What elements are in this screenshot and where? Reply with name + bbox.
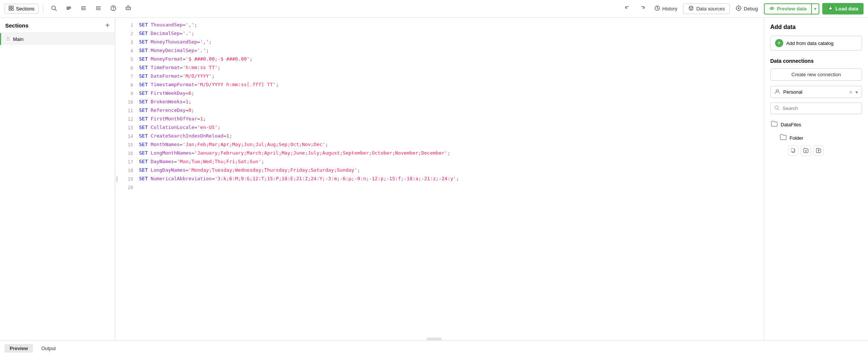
datasources-button[interactable]: Data sources: [683, 3, 730, 14]
punct-token: ;: [448, 150, 451, 156]
add-catalog-button[interactable]: + Add from data catalog: [770, 36, 862, 51]
preview-button[interactable]: Preview data: [764, 3, 812, 14]
prop-token: BrokenWeeks: [151, 99, 183, 104]
search-button[interactable]: [48, 3, 60, 15]
svg-rect-6: [67, 7, 71, 7]
toolbar-divider-1: [43, 4, 43, 13]
punct-token: ;: [456, 176, 459, 181]
line-content[interactable]: SET NumericalAbbreviation='3:k;6:M;9:G;1…: [139, 175, 459, 183]
resize-handle[interactable]: [427, 337, 442, 340]
line-content[interactable]: SET MoneyThousandSep=',';: [139, 38, 212, 46]
kw-token: SET: [139, 159, 148, 164]
debug-button[interactable]: Debug: [733, 4, 761, 14]
create-connection-button[interactable]: Create new connection: [770, 68, 862, 81]
line-content[interactable]: SET ReferenceDay=0;: [139, 106, 194, 114]
subfolder-item[interactable]: Folder: [779, 132, 862, 144]
kw-token: SET: [139, 116, 148, 122]
punct-token: ;: [261, 159, 264, 164]
punct-token: ;: [194, 22, 197, 27]
load-data-button[interactable]: Load data: [822, 3, 864, 14]
kw-token: SET: [139, 124, 148, 130]
folder-upload-button[interactable]: [813, 145, 824, 156]
search-icon: [774, 105, 780, 111]
indent-more-button[interactable]: [78, 3, 90, 15]
line-content[interactable]: SET LongMonthNames='January;February;Mar…: [139, 149, 450, 157]
line-content[interactable]: SET DateFormat='M/D/YYYY';: [139, 72, 215, 80]
line-content[interactable]: SET CreateSearchIndexOnReload=1;: [139, 132, 232, 140]
line-content[interactable]: SET LongDayNames='Monday;Tuesday;Wednesd…: [139, 166, 360, 174]
line-content[interactable]: SET BrokenWeeks=1;: [139, 98, 191, 106]
resize-line: [427, 338, 442, 339]
line-content[interactable]: SET FirstWeekDay=6;: [139, 89, 194, 97]
line-content[interactable]: SET DayNames='Mon;Tue;Wed;Thu;Fri;Sat;Su…: [139, 158, 264, 166]
preview-tab[interactable]: Preview: [4, 344, 33, 353]
punct-token: ;: [217, 65, 220, 70]
undo-button[interactable]: [622, 3, 633, 15]
svg-text:?: ?: [112, 6, 114, 10]
line-content[interactable]: SET ThousandSep=',';: [139, 21, 197, 29]
line-content[interactable]: SET FirstMonthOfYear=1;: [139, 115, 206, 123]
load-icon: [827, 5, 833, 12]
svg-point-31: [776, 90, 778, 92]
line-content[interactable]: SET TimestampFormat='M/D/YYYY h:mm:ss[.f…: [139, 81, 279, 89]
connections-title: Data connections: [770, 58, 862, 64]
code-line: 11SET ReferenceDay=0;: [118, 106, 764, 115]
punct-token: ;: [191, 90, 194, 96]
val-str-token: 'M/D/YYYY h:mm:ss[.fff] TT': [197, 82, 276, 87]
redo-button[interactable]: [636, 3, 648, 15]
prop-token: ReferenceDay: [151, 107, 185, 113]
output-tab[interactable]: Output: [36, 344, 61, 353]
kw-token: SET: [139, 65, 148, 70]
add-section-button[interactable]: +: [105, 22, 110, 29]
sidebar-item-main[interactable]: ⠿ Main: [0, 33, 115, 45]
line-content[interactable]: SET MoneyDecimalSep='.';: [139, 46, 209, 55]
line-content[interactable]: SET MonthNames='Jan;Feb;Mar;Apr;May;Jun;…: [139, 140, 328, 149]
history-button[interactable]: History: [651, 4, 680, 14]
help-icon: ?: [110, 5, 116, 13]
code-line: 9SET FirstWeekDay=6;: [118, 89, 764, 98]
code-line: 3SET MoneyThousandSep=',';: [118, 38, 764, 46]
connection-expand-button[interactable]: ▾: [855, 89, 858, 95]
chevron-down-icon: ▾: [814, 6, 816, 12]
indent-less-button[interactable]: [93, 3, 104, 15]
comment-button[interactable]: [63, 3, 75, 15]
val-str-token: ',': [200, 39, 209, 45]
search-input[interactable]: [783, 106, 858, 111]
folder-copy-button[interactable]: [788, 145, 798, 156]
folder-item-datafiles[interactable]: DataFiles: [770, 119, 862, 130]
code-line: 14SET CreateSearchIndexOnReload=1;: [118, 132, 764, 140]
punct-token: =: [191, 150, 194, 156]
val-num-token: 1: [185, 99, 188, 104]
kw-token: SET: [139, 39, 148, 45]
connection-clear-button[interactable]: ×: [849, 89, 852, 95]
sidebar-resize-handle[interactable]: [115, 18, 118, 340]
preview-dropdown-button[interactable]: ▾: [812, 3, 819, 14]
line-number: 3: [121, 38, 133, 46]
right-panel-inner: Add data + Add from data catalog Data co…: [764, 18, 868, 162]
line-content[interactable]: SET DecimalSep='.';: [139, 29, 194, 38]
prop-token: MoneyDecimalSep: [151, 48, 194, 53]
folder-create-button[interactable]: [801, 145, 811, 156]
kw-token: SET: [139, 82, 148, 87]
line-number: 12: [121, 115, 133, 123]
line-number: 13: [121, 123, 133, 132]
line-content[interactable]: SET MoneyFormat='$ ###0.00;-$ ###0.00';: [139, 55, 252, 63]
datasources-label: Data sources: [696, 6, 725, 12]
connection-selector[interactable]: Personal × ▾: [770, 86, 862, 98]
add-data-title: Add data: [770, 24, 862, 30]
line-content[interactable]: SET CollationLocale='en-US';: [139, 123, 220, 132]
punct-token: =: [185, 167, 188, 173]
help-button[interactable]: ?: [107, 3, 119, 15]
punct-token: ;: [249, 56, 252, 62]
code-line: 6SET TimeFormat='h:mm:ss TT';: [118, 64, 764, 72]
sections-toggle-button[interactable]: Sections: [4, 4, 39, 14]
code-editor[interactable]: 1SET ThousandSep=',';2SET DecimalSep='.'…: [118, 18, 764, 340]
code-line: 19SET NumericalAbbreviation='3:k;6:M;9:G…: [118, 175, 764, 183]
line-content[interactable]: SET TimeFormat='h:mm:ss TT';: [139, 64, 220, 72]
code-line: 15SET MonthNames='Jan;Feb;Mar;Apr;May;Ju…: [118, 140, 764, 149]
output-icon-button[interactable]: [122, 3, 134, 15]
val-num-token: 6: [188, 90, 191, 96]
undo-icon: [625, 5, 630, 13]
val-str-token: ',': [185, 22, 194, 27]
prop-token: TimestampFormat: [151, 82, 194, 87]
